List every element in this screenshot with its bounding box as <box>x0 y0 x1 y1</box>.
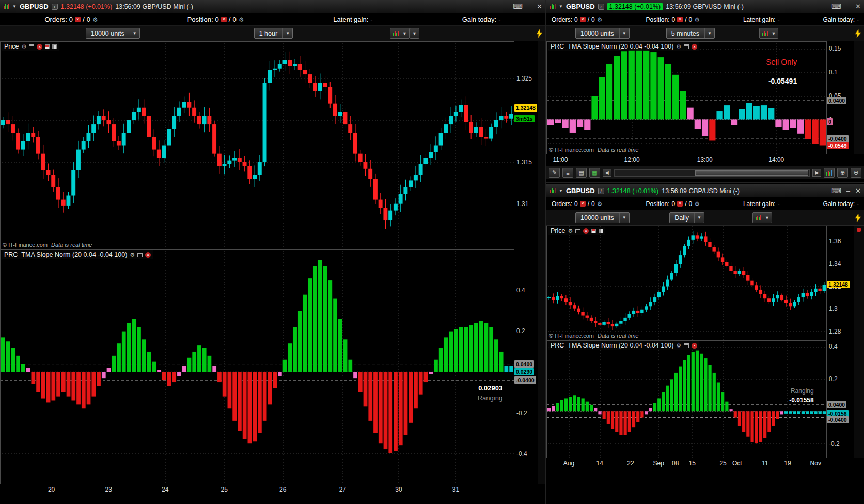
window-icon[interactable] <box>684 44 689 49</box>
price-chart[interactable]: Price ⚙ × © IT-Finance.comData is real t… <box>0 41 514 249</box>
split-view-icon[interactable] <box>45 44 50 49</box>
alert-indicator-icon[interactable] <box>857 228 861 232</box>
position-separator: / <box>685 200 686 208</box>
quick-order-lightning-icon[interactable] <box>855 29 861 38</box>
chart-toolbar: 10000 units ▼ Daily ▼ ▼ <box>546 210 864 226</box>
list-tools-icon[interactable]: ≡ <box>562 168 573 178</box>
time-axis[interactable]: 2023242526273031 <box>0 484 545 496</box>
position-settings-icon[interactable]: ⚙ <box>694 16 700 23</box>
price-y-axis[interactable]: 1.3251.321.3151.311.321483m51s <box>514 41 538 249</box>
indicator-y-axis[interactable]: 0.150.10.050-0.050.04000-0.0400-0.0549 <box>827 41 854 154</box>
watermark-note: Data is real time <box>598 333 638 339</box>
position-settings-icon[interactable]: ⚙ <box>239 16 244 23</box>
minimize-icon[interactable]: – <box>846 187 850 195</box>
timeframe-dropdown[interactable]: Daily ▼ <box>669 212 704 223</box>
minimize-icon[interactable]: – <box>846 3 850 10</box>
close-icon[interactable]: ✕ <box>855 187 861 195</box>
wrench-icon[interactable]: ⚙ <box>130 251 135 258</box>
close-indicator-icon[interactable]: × <box>37 44 42 50</box>
window-icon[interactable] <box>137 253 143 257</box>
indicator-y-axis[interactable]: 0.40.2-0.20.0400-0.0156-0.0400 <box>827 340 854 458</box>
info-icon[interactable]: i <box>52 4 58 10</box>
split-view-icon[interactable] <box>591 229 596 233</box>
chart-annotation: Ranging <box>478 394 502 402</box>
quick-order-lightning-icon[interactable] <box>537 29 542 38</box>
wrench-icon[interactable]: ⚙ <box>21 43 26 50</box>
close-indicator-icon[interactable]: × <box>692 44 697 50</box>
close-indicator-icon[interactable]: × <box>583 228 589 234</box>
timeframe-dropdown[interactable]: 5 minutes ▼ <box>666 28 715 39</box>
dock-view-icon[interactable] <box>599 229 603 233</box>
scroll-right-arrow[interactable]: ▶ <box>812 169 821 177</box>
x-axis-label: 24 <box>162 486 168 493</box>
chart-style-button[interactable]: ▼ <box>390 28 410 39</box>
tma-indicator-chart[interactable]: PRC_TMA Slope Norm (20 0.04 -0.04 100) ⚙… <box>0 249 514 484</box>
panel-filler <box>0 496 545 504</box>
orders-stat: Orders: 0 × / 0 ⚙ <box>552 200 603 208</box>
orders-settings-icon[interactable]: ⚙ <box>597 16 603 23</box>
orders-settings-icon[interactable]: ⚙ <box>597 200 603 208</box>
window-icon[interactable] <box>575 229 580 233</box>
cancel-orders-icon[interactable]: × <box>75 17 81 22</box>
close-position-icon[interactable]: × <box>221 17 227 22</box>
cancel-orders-icon[interactable]: × <box>580 17 586 22</box>
chart-options-button[interactable]: ▼ <box>410 28 419 39</box>
drawing-tools-icon[interactable]: ✎ <box>549 168 560 178</box>
window-icon[interactable] <box>684 343 689 348</box>
scrollbar-thumb[interactable] <box>695 170 808 176</box>
screens-icon[interactable]: ▤ <box>576 168 587 178</box>
add-indicator-icon[interactable] <box>824 168 835 178</box>
gain-today-value: - <box>857 16 859 23</box>
time-axis[interactable]: Aug1422Sep081525Oct1119Nov <box>546 458 864 469</box>
keyboard-icon[interactable]: ⌨ <box>513 3 523 10</box>
close-indicator-icon[interactable]: × <box>692 343 697 349</box>
scroll-left-arrow[interactable]: ◀ <box>603 169 611 177</box>
price-y-axis[interactable]: 1.361.341.321.31.281.32148 <box>827 226 854 340</box>
grid-icon[interactable]: ▦ <box>589 168 600 178</box>
instrument-dropdown-caret[interactable]: ▼ <box>12 4 17 9</box>
units-dropdown[interactable]: 10000 units ▼ <box>575 212 630 223</box>
time-axis[interactable]: 11:0012:0013:0014:00 <box>546 154 864 166</box>
titlebar[interactable]: ▼ GBPUSD i 1.32148 (+0.01%) 13:56:09 GBP… <box>546 0 864 13</box>
wrench-icon[interactable]: ⚙ <box>568 228 573 234</box>
keyboard-icon[interactable]: ⌨ <box>831 3 841 10</box>
close-icon[interactable]: ✕ <box>537 3 542 10</box>
price-chart[interactable]: Price ⚙ × © IT-Finance.comData is real t… <box>546 226 827 340</box>
indicator-y-axis[interactable]: 0.40.2-0.2-0.40.04000.0290-0.0400 <box>514 249 538 484</box>
timeframe-dropdown[interactable]: 1 hour ▼ <box>254 28 293 39</box>
chevron-down-icon: ▼ <box>402 31 407 36</box>
tma-indicator-chart[interactable]: PRC_TMA Slope Norm (20 0.04 -0.04 100) ⚙… <box>546 340 827 458</box>
info-icon[interactable]: i <box>598 188 604 194</box>
titlebar[interactable]: ▼ GBPUSD i 1.32148 (+0.01%) 13:56:09 GBP… <box>546 184 864 198</box>
chart-style-button[interactable]: ▼ <box>759 28 779 39</box>
orders-settings-icon[interactable]: ⚙ <box>92 16 98 23</box>
minimize-icon[interactable]: – <box>528 3 531 10</box>
tma-indicator-chart[interactable]: PRC_TMA Slope Norm (20 0.04 -0.04 100) ⚙… <box>546 41 827 154</box>
y-axis-label: 0.1 <box>829 69 838 76</box>
position-stat: Position: 0 × / 0 ⚙ <box>187 15 244 23</box>
close-position-icon[interactable]: × <box>677 201 683 207</box>
instrument-dropdown-caret[interactable]: ▼ <box>559 188 563 193</box>
zoom-out-icon[interactable]: ⊖ <box>851 168 861 178</box>
units-dropdown[interactable]: 10000 units ▼ <box>575 28 630 39</box>
chart-style-button[interactable]: ▼ <box>752 212 772 223</box>
wrench-icon[interactable]: ⚙ <box>676 43 681 50</box>
close-position-icon[interactable]: × <box>677 17 683 22</box>
units-dropdown[interactable]: 10000 units ▼ <box>86 28 140 39</box>
titlebar[interactable]: ▼ GBPUSD i 1.32148 (+0.01%) 13:56:09 GBP… <box>0 0 545 13</box>
position-settings-icon[interactable]: ⚙ <box>694 200 700 208</box>
cancel-orders-icon[interactable]: × <box>580 201 586 207</box>
zoom-in-icon[interactable]: ⊕ <box>837 168 848 178</box>
units-value: 10000 units <box>91 30 124 37</box>
window-icon[interactable] <box>29 44 34 49</box>
keyboard-icon[interactable]: ⌨ <box>831 187 841 195</box>
horizontal-scrollbar[interactable] <box>614 169 810 177</box>
close-indicator-icon[interactable]: × <box>145 252 151 258</box>
quick-order-lightning-icon[interactable] <box>855 214 861 222</box>
wrench-icon[interactable]: ⚙ <box>676 342 681 349</box>
instrument-quote: 1.32148 (+0.01%) <box>607 187 659 195</box>
instrument-dropdown-caret[interactable]: ▼ <box>559 4 563 9</box>
close-icon[interactable]: ✕ <box>855 3 861 10</box>
info-icon[interactable]: i <box>598 4 604 10</box>
dock-view-icon[interactable] <box>52 44 57 49</box>
